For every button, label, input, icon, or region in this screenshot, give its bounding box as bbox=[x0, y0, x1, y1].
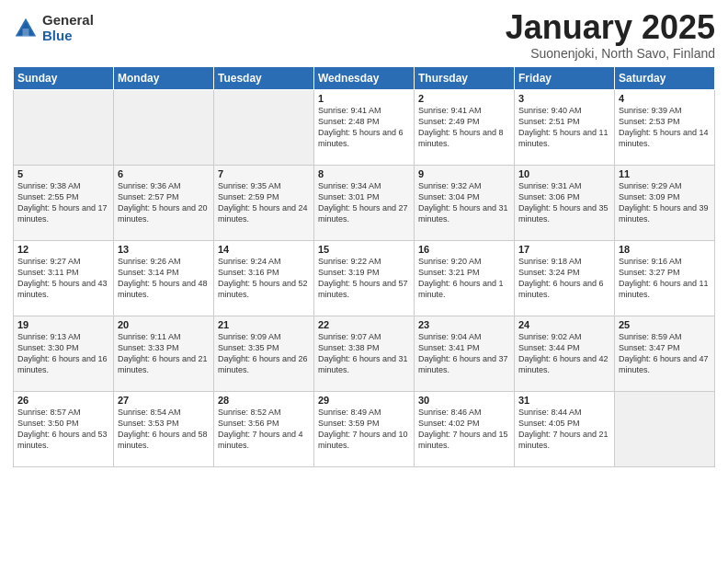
day-info: Sunrise: 9:32 AM Sunset: 3:04 PM Dayligh… bbox=[418, 180, 510, 225]
day-info: Sunrise: 9:36 AM Sunset: 2:57 PM Dayligh… bbox=[118, 180, 210, 225]
header-wednesday: Wednesday bbox=[314, 66, 415, 89]
day-number: 16 bbox=[418, 244, 510, 255]
day-info: Sunrise: 9:18 AM Sunset: 3:24 PM Dayligh… bbox=[518, 256, 610, 301]
day-number: 21 bbox=[218, 319, 310, 330]
calendar-cell: 31Sunrise: 8:44 AM Sunset: 4:05 PM Dayli… bbox=[515, 391, 615, 466]
calendar-week-1: 5Sunrise: 9:38 AM Sunset: 2:55 PM Daylig… bbox=[14, 165, 715, 240]
calendar-cell: 4Sunrise: 9:39 AM Sunset: 2:53 PM Daylig… bbox=[615, 89, 715, 165]
day-number: 7 bbox=[218, 168, 310, 179]
header-monday: Monday bbox=[114, 66, 214, 89]
location-title: Suonenjoki, North Savo, Finland bbox=[506, 46, 715, 61]
day-info: Sunrise: 9:35 AM Sunset: 2:59 PM Dayligh… bbox=[218, 180, 310, 225]
calendar-cell: 21Sunrise: 9:09 AM Sunset: 3:35 PM Dayli… bbox=[214, 316, 314, 391]
day-info: Sunrise: 9:26 AM Sunset: 3:14 PM Dayligh… bbox=[118, 256, 210, 301]
day-number: 4 bbox=[619, 93, 711, 104]
day-number: 10 bbox=[518, 168, 610, 179]
header-thursday: Thursday bbox=[415, 66, 515, 89]
day-number: 23 bbox=[418, 319, 510, 330]
day-number: 18 bbox=[619, 244, 711, 255]
day-info: Sunrise: 9:24 AM Sunset: 3:16 PM Dayligh… bbox=[218, 256, 310, 301]
calendar-cell: 8Sunrise: 9:34 AM Sunset: 3:01 PM Daylig… bbox=[314, 165, 415, 240]
calendar-cell: 1Sunrise: 9:41 AM Sunset: 2:48 PM Daylig… bbox=[314, 89, 415, 165]
day-number: 26 bbox=[17, 395, 109, 406]
day-info: Sunrise: 8:52 AM Sunset: 3:56 PM Dayligh… bbox=[218, 407, 310, 452]
calendar-cell: 11Sunrise: 9:29 AM Sunset: 3:09 PM Dayli… bbox=[615, 165, 715, 240]
calendar-cell: 7Sunrise: 9:35 AM Sunset: 2:59 PM Daylig… bbox=[214, 165, 314, 240]
calendar-body: 1Sunrise: 9:41 AM Sunset: 2:48 PM Daylig… bbox=[14, 89, 715, 466]
calendar-cell bbox=[615, 391, 715, 466]
day-info: Sunrise: 9:04 AM Sunset: 3:41 PM Dayligh… bbox=[418, 331, 510, 376]
day-number: 3 bbox=[518, 93, 610, 104]
calendar-week-4: 26Sunrise: 8:57 AM Sunset: 3:50 PM Dayli… bbox=[14, 391, 715, 466]
header-saturday: Saturday bbox=[615, 66, 715, 89]
day-number: 15 bbox=[318, 244, 410, 255]
svg-rect-2 bbox=[23, 29, 29, 36]
day-info: Sunrise: 9:13 AM Sunset: 3:30 PM Dayligh… bbox=[17, 331, 109, 376]
calendar-cell: 29Sunrise: 8:49 AM Sunset: 3:59 PM Dayli… bbox=[314, 391, 415, 466]
calendar-cell: 20Sunrise: 9:11 AM Sunset: 3:33 PM Dayli… bbox=[114, 316, 214, 391]
calendar-cell: 30Sunrise: 8:46 AM Sunset: 4:02 PM Dayli… bbox=[415, 391, 515, 466]
calendar-cell: 3Sunrise: 9:40 AM Sunset: 2:51 PM Daylig… bbox=[515, 89, 615, 165]
day-number: 25 bbox=[619, 319, 711, 330]
day-info: Sunrise: 8:54 AM Sunset: 3:53 PM Dayligh… bbox=[118, 407, 210, 452]
day-info: Sunrise: 9:09 AM Sunset: 3:35 PM Dayligh… bbox=[218, 331, 310, 376]
logo-text: General Blue bbox=[42, 13, 94, 43]
day-number: 11 bbox=[619, 168, 711, 179]
calendar-cell: 25Sunrise: 8:59 AM Sunset: 3:47 PM Dayli… bbox=[615, 316, 715, 391]
day-number: 5 bbox=[17, 168, 109, 179]
calendar-cell: 22Sunrise: 9:07 AM Sunset: 3:38 PM Dayli… bbox=[314, 316, 415, 391]
logo-blue-text: Blue bbox=[42, 29, 94, 44]
calendar-cell: 23Sunrise: 9:04 AM Sunset: 3:41 PM Dayli… bbox=[415, 316, 515, 391]
header-friday: Friday bbox=[515, 66, 615, 89]
day-info: Sunrise: 9:16 AM Sunset: 3:27 PM Dayligh… bbox=[619, 256, 711, 301]
calendar-header: Sunday Monday Tuesday Wednesday Thursday… bbox=[14, 66, 715, 89]
day-number: 1 bbox=[318, 93, 410, 104]
day-number: 9 bbox=[418, 168, 510, 179]
header-tuesday: Tuesday bbox=[214, 66, 314, 89]
day-info: Sunrise: 9:07 AM Sunset: 3:38 PM Dayligh… bbox=[318, 331, 410, 376]
calendar-cell: 14Sunrise: 9:24 AM Sunset: 3:16 PM Dayli… bbox=[214, 240, 314, 316]
day-number: 17 bbox=[518, 244, 610, 255]
day-number: 2 bbox=[418, 93, 510, 104]
day-info: Sunrise: 8:59 AM Sunset: 3:47 PM Dayligh… bbox=[619, 331, 711, 376]
day-number: 13 bbox=[118, 244, 210, 255]
day-number: 31 bbox=[518, 395, 610, 406]
title-block: January 2025 Suonenjoki, North Savo, Fin… bbox=[506, 9, 715, 61]
day-number: 22 bbox=[318, 319, 410, 330]
day-number: 19 bbox=[17, 319, 109, 330]
page-container: General Blue January 2025 Suonenjoki, No… bbox=[0, 0, 728, 473]
day-info: Sunrise: 9:34 AM Sunset: 3:01 PM Dayligh… bbox=[318, 180, 410, 225]
day-info: Sunrise: 9:38 AM Sunset: 2:55 PM Dayligh… bbox=[17, 180, 109, 225]
day-info: Sunrise: 8:49 AM Sunset: 3:59 PM Dayligh… bbox=[318, 407, 410, 452]
day-info: Sunrise: 8:57 AM Sunset: 3:50 PM Dayligh… bbox=[17, 407, 109, 452]
month-title: January 2025 bbox=[506, 9, 715, 46]
day-info: Sunrise: 9:02 AM Sunset: 3:44 PM Dayligh… bbox=[518, 331, 610, 376]
calendar-week-2: 12Sunrise: 9:27 AM Sunset: 3:11 PM Dayli… bbox=[14, 240, 715, 316]
day-number: 8 bbox=[318, 168, 410, 179]
calendar-cell: 24Sunrise: 9:02 AM Sunset: 3:44 PM Dayli… bbox=[515, 316, 615, 391]
day-info: Sunrise: 9:29 AM Sunset: 3:09 PM Dayligh… bbox=[619, 180, 711, 225]
calendar-cell: 12Sunrise: 9:27 AM Sunset: 3:11 PM Dayli… bbox=[14, 240, 114, 316]
calendar-cell bbox=[14, 89, 114, 165]
day-info: Sunrise: 9:22 AM Sunset: 3:19 PM Dayligh… bbox=[318, 256, 410, 301]
day-number: 24 bbox=[518, 319, 610, 330]
calendar-week-0: 1Sunrise: 9:41 AM Sunset: 2:48 PM Daylig… bbox=[14, 89, 715, 165]
header-row: General Blue January 2025 Suonenjoki, No… bbox=[13, 9, 715, 61]
day-number: 20 bbox=[118, 319, 210, 330]
calendar-cell: 6Sunrise: 9:36 AM Sunset: 2:57 PM Daylig… bbox=[114, 165, 214, 240]
calendar-cell: 16Sunrise: 9:20 AM Sunset: 3:21 PM Dayli… bbox=[415, 240, 515, 316]
calendar-cell: 2Sunrise: 9:41 AM Sunset: 2:49 PM Daylig… bbox=[415, 89, 515, 165]
calendar-cell: 9Sunrise: 9:32 AM Sunset: 3:04 PM Daylig… bbox=[415, 165, 515, 240]
calendar-cell: 28Sunrise: 8:52 AM Sunset: 3:56 PM Dayli… bbox=[214, 391, 314, 466]
calendar-cell: 18Sunrise: 9:16 AM Sunset: 3:27 PM Dayli… bbox=[615, 240, 715, 316]
calendar-cell: 27Sunrise: 8:54 AM Sunset: 3:53 PM Dayli… bbox=[114, 391, 214, 466]
day-info: Sunrise: 9:11 AM Sunset: 3:33 PM Dayligh… bbox=[118, 331, 210, 376]
header-row-days: Sunday Monday Tuesday Wednesday Thursday… bbox=[14, 66, 715, 89]
calendar-week-3: 19Sunrise: 9:13 AM Sunset: 3:30 PM Dayli… bbox=[14, 316, 715, 391]
logo-general-text: General bbox=[42, 13, 94, 29]
calendar-cell bbox=[214, 89, 314, 165]
day-info: Sunrise: 9:40 AM Sunset: 2:51 PM Dayligh… bbox=[518, 105, 610, 150]
day-info: Sunrise: 9:31 AM Sunset: 3:06 PM Dayligh… bbox=[518, 180, 610, 225]
calendar-cell: 26Sunrise: 8:57 AM Sunset: 3:50 PM Dayli… bbox=[14, 391, 114, 466]
day-info: Sunrise: 9:27 AM Sunset: 3:11 PM Dayligh… bbox=[17, 256, 109, 301]
